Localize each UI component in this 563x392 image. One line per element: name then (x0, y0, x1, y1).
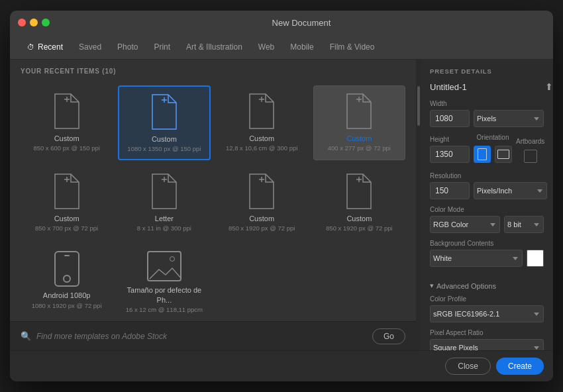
tab-print[interactable]: Print (147, 40, 177, 54)
advanced-options-toggle[interactable]: ▾ Advanced Options (430, 281, 544, 290)
doc-icon-6 (246, 173, 278, 210)
doc-name-input[interactable] (430, 82, 541, 92)
right-panel: PRESET DETAILS ⬆ Width Pixels Inches Cen… (421, 60, 553, 350)
search-input-wrap: 🔍 (21, 331, 366, 341)
doc-icon-1 (148, 93, 180, 130)
width-unit-select[interactable]: Pixels Inches Centimeters (474, 110, 544, 127)
preset-item-2[interactable]: Custom 12,8 x 10,6 cm @ 300 ppi (216, 85, 308, 160)
resolution-unit-select[interactable]: Pixels/Inch Pixels/Centimeter (474, 182, 547, 199)
preset-item-4[interactable]: Custom 850 x 700 px @ 72 ppi (21, 166, 113, 239)
bg-contents-select[interactable]: White Black Transparent (430, 250, 523, 267)
preset-name-8: Android 1080p (43, 291, 91, 300)
new-document-window: New Document ⏱ Recent Saved Photo Print … (10, 11, 553, 381)
preset-name-3: Custom (346, 134, 372, 143)
height-input[interactable] (430, 146, 470, 163)
orientation-row (474, 146, 512, 163)
tab-saved[interactable]: Saved (72, 40, 108, 54)
preset-name-7: Custom (346, 214, 372, 223)
preset-dims-9: 16 x 12 cm @ 118,11 ppcm (126, 306, 203, 314)
color-mode-row: RGB Color CMYK Color Grayscale 8 bit 16 … (430, 216, 544, 233)
doc-icon-4 (51, 173, 83, 210)
preset-item-9[interactable]: Tamaño por defecto de Ph... 16 x 12 cm @… (118, 244, 210, 320)
resolution-input[interactable] (430, 182, 470, 199)
preset-item-8[interactable]: Android 1080p 1080 x 1920 px @ 72 ppi (21, 244, 113, 320)
resolution-label: Resolution (430, 172, 544, 179)
close-traffic-light[interactable] (18, 19, 26, 26)
tab-web[interactable]: Web (252, 40, 281, 54)
window-title: New Document (58, 18, 545, 28)
search-bar: 🔍 Go (10, 321, 416, 350)
orientation-label: Orientation (477, 134, 509, 141)
doc-icon-2 (246, 93, 278, 130)
preset-details-label: PRESET DETAILS (430, 68, 544, 75)
color-profile-row: sRGB IEC61966-2.1 Adobe RGB (1998) ProPh… (430, 305, 544, 322)
width-row: Pixels Inches Centimeters (430, 110, 544, 127)
preset-name-1: Custom (152, 134, 177, 144)
recent-label: YOUR RECENT ITEMS (10) (10, 60, 416, 80)
titlebar: New Document (10, 11, 553, 34)
preset-item-5[interactable]: Letter 8 x 11 in @ 300 ppi (118, 166, 210, 239)
preset-name-9: Tamaño por defecto de Ph... (123, 285, 205, 305)
resolution-row: Pixels/Inch Pixels/Centimeter (430, 182, 544, 199)
artboards-label: Artboards (516, 138, 544, 145)
create-button[interactable]: Create (496, 358, 544, 375)
preset-name-6: Custom (249, 214, 274, 223)
bg-contents-row: White Black Transparent (430, 250, 544, 267)
preset-name-4: Custom (54, 214, 79, 223)
go-button[interactable]: Go (372, 328, 405, 344)
search-icon: 🔍 (21, 331, 31, 341)
preset-item-6[interactable]: Custom 850 x 1920 px @ 72 ppi (216, 166, 308, 239)
width-label: Width (430, 100, 544, 107)
color-mode-select[interactable]: RGB Color CMYK Color Grayscale (430, 216, 500, 233)
scrollbar[interactable] (417, 60, 421, 350)
preset-name-5: Letter (155, 214, 174, 223)
image-icon-9 (147, 251, 181, 281)
search-input[interactable] (36, 332, 366, 341)
tab-photo[interactable]: Photo (111, 40, 144, 54)
doc-icon-7 (343, 173, 375, 210)
pixel-ratio-select[interactable]: Square Pixels Custom (430, 339, 544, 350)
pixel-ratio-label: Pixel Aspect Ratio (430, 329, 544, 336)
preset-dims-5: 8 x 11 in @ 300 ppi (137, 224, 191, 232)
width-input[interactable] (430, 110, 470, 127)
tab-recent[interactable]: ⏱ Recent (21, 40, 70, 54)
tab-mobile[interactable]: Mobile (283, 40, 320, 54)
artboards-checkbox[interactable] (524, 150, 537, 163)
preset-dims-2: 12,8 x 10,6 cm @ 300 ppi (226, 144, 297, 152)
phone-icon-8 (54, 251, 79, 287)
close-button[interactable]: Close (445, 358, 491, 375)
left-panel: YOUR RECENT ITEMS (10) Custom 850 x 600 … (10, 60, 417, 350)
sun-decoration (170, 256, 175, 262)
bg-contents-label: Background Contents (430, 240, 544, 247)
pixel-ratio-row: Square Pixels Custom (430, 339, 544, 350)
doc-icon-5 (148, 173, 180, 210)
preset-name-0: Custom (54, 134, 79, 143)
recent-icon: ⏱ (27, 43, 34, 51)
save-preset-icon[interactable]: ⬆ (545, 81, 553, 92)
tabs-bar: ⏱ Recent Saved Photo Print Art & Illustr… (10, 34, 553, 60)
preset-item-7[interactable]: Custom 850 x 1920 px @ 72 ppi (313, 166, 405, 239)
doc-name-row: ⬆ (430, 81, 544, 92)
minimize-traffic-light[interactable] (30, 19, 38, 26)
preset-item-1[interactable]: Custom 1080 x 1350 px @ 150 ppi (118, 85, 210, 160)
portrait-button[interactable] (474, 146, 491, 163)
chevron-down-icon: ▾ (430, 281, 434, 290)
doc-icon-3 (343, 93, 375, 130)
fullscreen-traffic-light[interactable] (42, 19, 50, 26)
bg-color-swatch[interactable] (527, 250, 544, 267)
color-mode-label: Color Mode (430, 206, 544, 213)
preset-name-2: Custom (249, 134, 274, 143)
content-area: YOUR RECENT ITEMS (10) Custom 850 x 600 … (10, 60, 553, 350)
tab-film[interactable]: Film & Video (323, 40, 382, 54)
preset-item-3[interactable]: Custom 400 x 277 px @ 72 ppi (313, 85, 405, 160)
preset-dims-6: 850 x 1920 px @ 72 ppi (229, 224, 295, 232)
height-label: Height (430, 136, 470, 143)
preset-item-0[interactable]: Custom 850 x 600 px @ 150 ppi (21, 85, 113, 160)
tab-art[interactable]: Art & Illustration (179, 40, 249, 54)
traffic-lights (18, 19, 50, 26)
bit-depth-select[interactable]: 8 bit 16 bit 32 bit (504, 216, 544, 233)
preset-dims-0: 850 x 600 px @ 150 ppi (33, 144, 100, 152)
landscape-button[interactable] (495, 146, 512, 163)
color-profile-select[interactable]: sRGB IEC61966-2.1 Adobe RGB (1998) ProPh… (430, 305, 544, 322)
preset-dims-8: 1080 x 1920 px @ 72 ppi (32, 302, 102, 310)
